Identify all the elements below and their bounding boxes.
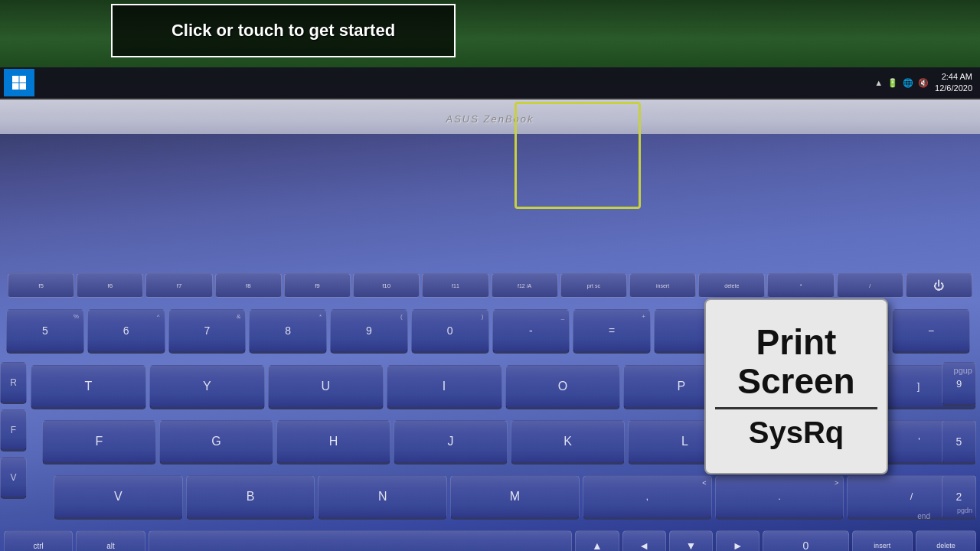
key-o[interactable]: O bbox=[505, 365, 621, 409]
windows-banner[interactable]: Click or touch to get started bbox=[111, 4, 456, 57]
key-i[interactable]: I bbox=[387, 365, 502, 409]
key-n[interactable]: N bbox=[318, 475, 447, 520]
key-arrow-up[interactable]: ▲ bbox=[575, 530, 619, 551]
key-comma[interactable]: <, bbox=[583, 475, 712, 520]
key-9[interactable]: (9 bbox=[330, 309, 408, 354]
key-m[interactable]: M bbox=[450, 475, 580, 520]
network-icon: 🌐 bbox=[903, 78, 913, 88]
svg-rect-0 bbox=[12, 76, 19, 83]
print-screen-tooltip: Print Screen SysRq bbox=[704, 298, 888, 474]
tooltip-line1: Print Screen bbox=[737, 323, 854, 400]
key-k[interactable]: K bbox=[511, 420, 625, 465]
key-equals[interactable]: += bbox=[573, 309, 651, 354]
key-b[interactable]: B bbox=[186, 475, 315, 520]
key-numpad-5[interactable]: 5 bbox=[942, 420, 976, 465]
key-v[interactable]: V bbox=[0, 457, 27, 499]
key-7[interactable]: &7 bbox=[168, 309, 247, 354]
tooltip-divider bbox=[715, 407, 877, 409]
key-u[interactable]: U bbox=[268, 365, 384, 409]
function-key-row: f5 f6 f7 f8 f9 f10 f11 f12 /A prt sc ins… bbox=[8, 270, 972, 301]
key-j[interactable]: J bbox=[394, 420, 508, 465]
key-numpad-minus[interactable]: − bbox=[892, 309, 970, 354]
key-numpad-insert[interactable]: insert bbox=[852, 530, 913, 551]
key-f9[interactable]: f9 bbox=[284, 273, 351, 298]
tooltip-line3: SysRq bbox=[749, 416, 844, 450]
key-r[interactable]: R bbox=[0, 362, 27, 404]
key-period[interactable]: >. bbox=[715, 475, 844, 520]
key-asterisk[interactable]: * bbox=[767, 273, 834, 298]
key-minus[interactable]: _- bbox=[492, 309, 570, 354]
key-arrow-down[interactable]: ▼ bbox=[669, 530, 713, 551]
svg-rect-3 bbox=[20, 83, 27, 90]
key-f12[interactable]: f12 /A bbox=[492, 273, 558, 298]
key-space[interactable] bbox=[149, 530, 573, 551]
chevron-up-icon: ▲ bbox=[874, 78, 883, 87]
clock-date: 12/6/2020 bbox=[935, 83, 972, 94]
key-numpad-0[interactable]: 0 bbox=[763, 530, 848, 551]
key-0[interactable]: )0 bbox=[411, 309, 489, 354]
bottom-row: V B N M <, >. ?/ end pgdn2 bbox=[54, 472, 976, 522]
taskbar: ▲ 🔋 🌐 🔇 2:44 AM 12/6/2020 bbox=[0, 67, 980, 98]
key-5[interactable]: %5 bbox=[6, 309, 84, 354]
key-v-bottom[interactable]: V bbox=[54, 475, 183, 520]
key-insert[interactable]: insert bbox=[629, 273, 696, 298]
key-6[interactable]: ^6 bbox=[87, 309, 165, 354]
key-f10[interactable]: f10 bbox=[353, 273, 420, 298]
key-end-label: end bbox=[917, 508, 930, 522]
key-alt[interactable]: alt bbox=[76, 530, 145, 551]
windows-icon bbox=[11, 75, 27, 90]
key-arrow-right[interactable]: ► bbox=[716, 530, 760, 551]
key-f11[interactable]: f11 bbox=[422, 273, 488, 298]
key-f[interactable]: F bbox=[0, 409, 27, 452]
highlight-rectangle bbox=[514, 102, 641, 209]
banner-text: Click or touch to get started bbox=[172, 21, 395, 41]
key-h[interactable]: H bbox=[276, 420, 390, 465]
key-f7[interactable]: f7 bbox=[145, 273, 212, 298]
key-arrow-left[interactable]: ◄ bbox=[622, 530, 666, 551]
key-g[interactable]: G bbox=[159, 420, 273, 465]
left-edge-keys: R F V bbox=[0, 362, 27, 546]
taskbar-left bbox=[0, 69, 34, 96]
key-t[interactable]: T bbox=[31, 365, 146, 409]
system-clock[interactable]: 2:44 AM 12/6/2020 bbox=[935, 71, 972, 95]
taskbar-right: ▲ 🔋 🌐 🔇 2:44 AM 12/6/2020 bbox=[874, 71, 980, 95]
key-numpad-delete[interactable]: delete bbox=[916, 530, 976, 551]
key-f5[interactable]: f5 bbox=[8, 273, 74, 298]
key-8[interactable]: *8 bbox=[249, 309, 327, 354]
clock-time: 2:44 AM bbox=[935, 71, 972, 83]
key-f8[interactable]: f8 bbox=[215, 273, 282, 298]
key-power[interactable]: ⏻ bbox=[906, 273, 972, 298]
svg-rect-2 bbox=[12, 83, 19, 90]
key-f6[interactable]: f6 bbox=[77, 273, 143, 298]
key-y[interactable]: Y bbox=[149, 365, 265, 409]
volume-icon: 🔇 bbox=[918, 78, 929, 88]
battery-icon: 🔋 bbox=[887, 78, 898, 88]
key-f-home[interactable]: F bbox=[42, 420, 156, 465]
key-slash-fn[interactable]: / bbox=[837, 273, 903, 298]
key-delete-fn[interactable]: delete bbox=[698, 273, 765, 298]
start-button[interactable] bbox=[4, 69, 34, 96]
key-prtsc[interactable]: prt sc bbox=[560, 273, 627, 298]
key-numpad-2[interactable]: pgdn2 bbox=[942, 475, 976, 520]
system-tray: ▲ 🔋 🌐 🔇 bbox=[874, 78, 929, 88]
key-ctrl-left[interactable]: ctrl bbox=[4, 530, 73, 551]
svg-rect-1 bbox=[20, 76, 27, 83]
modifier-row: ctrl alt ▲ ◄ ▼ ► 0 insert delete bbox=[4, 527, 976, 551]
key-numpad-9[interactable]: pgup9 bbox=[942, 362, 976, 406]
